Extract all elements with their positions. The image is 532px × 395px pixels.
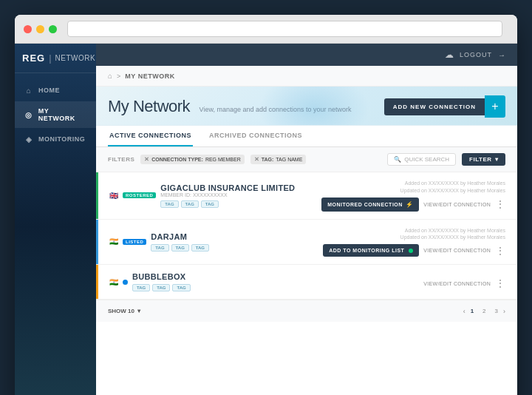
connection-added: Added on XX/XX/XXXX by Heather Morales xyxy=(400,227,505,234)
cloud-icon: ☁ xyxy=(445,50,454,60)
more-options-button-gigaclub[interactable]: ⋮ xyxy=(495,199,505,209)
dot-yellow[interactable] xyxy=(36,25,44,33)
search-icon: 🔍 xyxy=(394,156,401,163)
network-icon: ◎ xyxy=(24,109,34,120)
view-edit-link-bubblebox[interactable]: VIEW/EDIT CONNECTION xyxy=(423,281,491,286)
connection-meta-gigaclub: MEMBER ID: XXXXXXXXXX xyxy=(160,192,321,198)
sidebar-item-my-network[interactable]: ◎ MY NETWORK xyxy=(15,101,96,128)
sidebar-item-monitoring[interactable]: ◈ MONITORING xyxy=(15,128,96,150)
main-content: ☁ LOGOUT → ⌂ > MY NETWORK My Network Vie… xyxy=(96,44,517,395)
add-monitoring-btn-label: ADD TO MONITORING LIST xyxy=(329,248,404,253)
add-monitoring-button[interactable]: ADD TO MONITORING LIST xyxy=(323,244,419,257)
filter-chevron-icon: ▾ xyxy=(495,156,499,163)
connection-name-darjam: DARJAM xyxy=(151,232,323,241)
monitored-btn-arrow-icon: ⚡ xyxy=(406,201,414,208)
connection-actions-darjam: ADD TO MONITORING LIST VIEW/EDIT CONNECT… xyxy=(323,244,505,257)
connection-item-bubblebox: 🇮🇳 BUBBLEBOX TAG TAG TAG xyxy=(96,265,517,300)
connection-bar-bubblebox xyxy=(96,265,98,299)
sidebar-logo: REG | NETWORK xyxy=(15,44,96,73)
page-subtitle: View, manage and add connections to your… xyxy=(200,106,352,113)
badge-listed: LISTED xyxy=(123,239,146,245)
connection-tags-gigaclub: TAG TAG TAG xyxy=(160,200,321,208)
pagination: ‹ 1 2 3 › xyxy=(463,306,505,316)
connection-tag: TAG xyxy=(152,284,170,291)
logo-network: NETWORK xyxy=(55,54,96,62)
pagination-page-1[interactable]: 1 xyxy=(467,306,477,316)
connection-tag: TAG xyxy=(181,200,199,208)
sidebar-navigation: ⌂ HOME ◎ MY NETWORK ◈ MONITORING xyxy=(15,73,96,156)
breadcrumb-home-icon: ⌂ xyxy=(108,72,112,80)
filter-tag-tag-label: TAG: xyxy=(262,157,274,162)
monitored-btn-label: MONITORED CONNECTION xyxy=(327,202,403,207)
show-count-chevron-icon: ▾ xyxy=(137,308,140,314)
monitoring-icon: ◈ xyxy=(24,134,34,144)
filter-tag-connection-type[interactable]: ✕ CONNECTION TYPE: REG MEMBER xyxy=(140,155,244,164)
connection-tag: TAG xyxy=(172,284,190,291)
connection-tags-darjam: TAG TAG TAG xyxy=(151,244,323,251)
add-new-btn-text: ADD NEW CONNECTION xyxy=(384,98,485,115)
view-edit-link-darjam[interactable]: VIEW/EDIT CONNECTION xyxy=(423,248,491,253)
sidebar-item-label: HOME xyxy=(38,87,60,94)
dot-green[interactable] xyxy=(49,25,57,33)
filter-tag-remove-icon[interactable]: ✕ xyxy=(254,156,259,163)
tabs-bar: ACTIVE CONNECTIONS ARCHIVED CONNECTIONS xyxy=(96,126,517,147)
breadcrumb-separator: > xyxy=(117,72,120,80)
tab-archived-connections[interactable]: ARCHIVED CONNECTIONS xyxy=(208,126,304,146)
breadcrumb-current: MY NETWORK xyxy=(125,72,174,80)
dot-red[interactable] xyxy=(24,25,32,33)
filters-bar: FILTERS ✕ CONNECTION TYPE: REG MEMBER ✕ … xyxy=(96,147,517,172)
connection-tag: TAG xyxy=(201,200,219,208)
filter-button[interactable]: FILTER ▾ xyxy=(462,153,505,166)
connection-tag: TAG xyxy=(171,244,189,251)
connection-info-darjam: DARJAM TAG TAG TAG xyxy=(151,232,323,251)
filter-tag-remove-icon[interactable]: ✕ xyxy=(144,156,149,163)
topbar: ☁ LOGOUT → xyxy=(96,44,517,66)
add-new-connection-button[interactable]: ADD NEW CONNECTION + xyxy=(384,95,505,118)
more-options-button-darjam[interactable]: ⋮ xyxy=(495,246,505,256)
page-title: My Network xyxy=(108,97,190,115)
flag-icon-gigaclub: 🇬🇧 xyxy=(108,192,120,200)
monitored-connection-button[interactable]: MONITORED CONNECTION ⚡ xyxy=(321,198,419,212)
connection-blue-dot xyxy=(123,280,128,285)
tab-active-connections[interactable]: ACTIVE CONNECTIONS xyxy=(108,126,193,146)
more-options-button-bubblebox[interactable]: ⋮ xyxy=(495,278,505,288)
connection-name-bubblebox: BUBBLEBOX xyxy=(132,272,423,281)
connection-tag: TAG xyxy=(132,284,150,291)
view-edit-link-gigaclub[interactable]: VIEW/EDIT CONNECTION xyxy=(423,202,491,207)
page-header-left: My Network View, manage and add connecti… xyxy=(108,97,352,116)
pagination-page-3[interactable]: 3 xyxy=(491,306,502,316)
filter-tag-connection-value: REG MEMBER xyxy=(205,157,241,162)
connection-tag: TAG xyxy=(151,244,168,251)
connection-actions-bubblebox: VIEW/EDIT CONNECTION ⋮ xyxy=(423,278,505,288)
filter-btn-label: FILTER xyxy=(469,156,491,163)
connection-added: Added on XX/XX/XXXX by Heather Morales xyxy=(400,180,505,187)
logout-button[interactable]: LOGOUT xyxy=(460,51,492,58)
app-container: REG | NETWORK ⌂ HOME ◎ MY NETWORK ◈ MONI… xyxy=(15,44,517,395)
filter-tag-tag-value: TAG NAME xyxy=(276,157,302,162)
connection-bar-gigaclub xyxy=(96,172,98,219)
connection-dates-darjam: Added on XX/XX/XXXX by Heather Morales U… xyxy=(400,227,505,242)
add-new-btn-plus: + xyxy=(485,95,505,118)
breadcrumb: ⌂ > MY NETWORK xyxy=(96,66,517,87)
connection-tags-bubblebox: TAG TAG TAG xyxy=(132,284,423,291)
sidebar-item-label: MY NETWORK xyxy=(38,107,87,122)
show-count-selector[interactable]: SHOW 10 ▾ xyxy=(108,308,140,314)
sidebar-item-label: MONITORING xyxy=(38,135,85,143)
add-monitoring-dot xyxy=(409,249,413,253)
connection-info-gigaclub: GIGACLUB INSURANCE LIMITED MEMBER ID: XX… xyxy=(160,183,321,208)
footer-bar: SHOW 10 ▾ ‹ 1 2 3 › xyxy=(96,300,517,322)
connections-list: 🇬🇧 ROSTERED GIGACLUB INSURANCE LIMITED M… xyxy=(96,172,517,300)
sidebar-item-home[interactable]: ⌂ HOME xyxy=(15,79,96,101)
browser-chrome xyxy=(15,15,517,44)
logout-arrow-icon: → xyxy=(498,51,505,59)
url-bar[interactable] xyxy=(67,21,502,37)
filter-tag-tag-name[interactable]: ✕ TAG: TAG NAME xyxy=(250,155,307,164)
quick-search-placeholder: QUICK SEARCH xyxy=(404,156,449,163)
quick-search[interactable]: 🔍 QUICK SEARCH xyxy=(387,153,456,166)
connection-right-bubblebox: VIEW/EDIT CONNECTION ⋮ xyxy=(423,275,505,288)
pagination-prev[interactable]: ‹ xyxy=(463,308,466,315)
pagination-next[interactable]: › xyxy=(503,308,505,315)
connection-updated: Updated on XX/XX/XXXX by Heather Morales xyxy=(400,187,505,195)
connection-actions-gigaclub: MONITORED CONNECTION ⚡ VIEW/EDIT CONNECT… xyxy=(321,198,505,212)
pagination-page-2[interactable]: 2 xyxy=(479,306,489,316)
